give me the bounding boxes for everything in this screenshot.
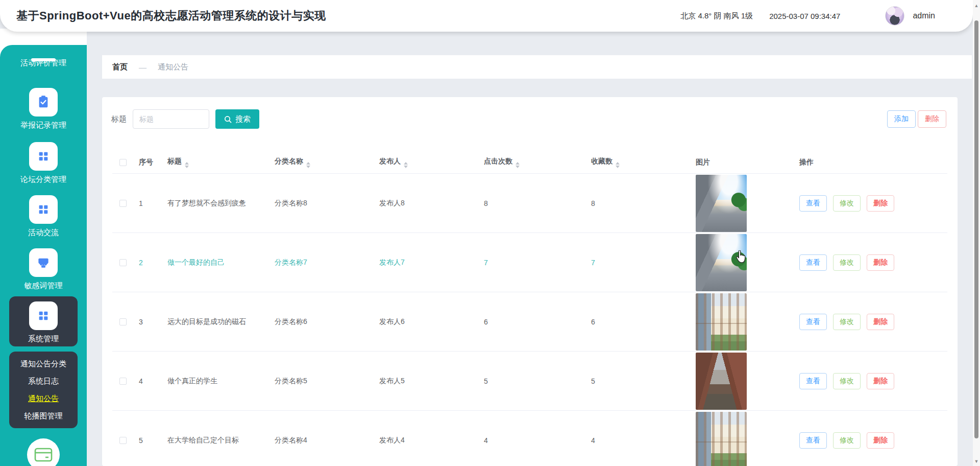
row-checkbox[interactable] — [119, 259, 127, 266]
view-row-button[interactable]: 查看 — [799, 432, 827, 449]
row-checkbox[interactable] — [119, 200, 127, 207]
delete-row-button[interactable]: 删除 — [867, 314, 894, 330]
page-title: 基于SpringBoot+Vue的高校志愿活动管理系统的设计与实现 — [16, 8, 326, 24]
content-card: 标题 搜索 添加 删除 序号标题分类名称发布人点击次数收藏数图片操作 1有了梦想… — [102, 97, 958, 466]
cell-title: 有了梦想就不会感到疲惫 — [162, 199, 270, 208]
delete-row-button[interactable]: 删除 — [867, 195, 894, 212]
modern-building-photo[interactable] — [696, 412, 747, 466]
page: { "header": { "title": "基于SpringBoot+Vue… — [0, 0, 980, 466]
edit-row-button[interactable]: 修改 — [833, 314, 861, 330]
cell-clicks: 4 — [479, 436, 586, 445]
column-header[interactable]: 点击次数 — [479, 157, 586, 168]
sidebar-item-label: 论坛分类管理 — [0, 175, 87, 184]
edit-row-button[interactable]: 修改 — [833, 373, 861, 389]
sidebar-item-forum-category[interactable]: 论坛分类管理 — [0, 142, 87, 184]
sort-caret-icon[interactable] — [185, 162, 189, 168]
column-header[interactable]: 标题 — [162, 157, 270, 168]
table-row[interactable]: 5在大学给自己定个目标分类名称4发布人444查看修改删除 — [112, 411, 947, 466]
cell-favorites: 7 — [586, 259, 691, 267]
card-icon — [34, 446, 53, 463]
breadcrumb-home[interactable]: 首页 — [112, 62, 128, 72]
delete-row-button[interactable]: 删除 — [867, 254, 894, 271]
delete-row-button[interactable]: 删除 — [867, 432, 894, 449]
search-input[interactable] — [133, 109, 209, 129]
breadcrumb: 首页 — 通知公告 — [102, 55, 972, 79]
modern-building-photo[interactable] — [696, 293, 747, 351]
table-row[interactable]: 2做一个最好的自己分类名称7发布人777查看修改删除 — [112, 233, 947, 292]
select-all-checkbox[interactable] — [119, 159, 127, 166]
sidebar-bottom-button[interactable] — [27, 438, 60, 466]
cell-title: 在大学给自己定个目标 — [162, 436, 270, 445]
view-row-button[interactable]: 查看 — [799, 314, 827, 330]
row-checkbox[interactable] — [119, 437, 127, 444]
brick-courtyard-photo[interactable] — [696, 353, 747, 410]
sidebar-item-system-management[interactable]: 系统管理 — [9, 296, 78, 346]
grid-icon — [29, 195, 58, 224]
row-checkbox[interactable] — [119, 378, 127, 385]
view-row-button[interactable]: 查看 — [799, 373, 827, 389]
cell-actions: 查看修改删除 — [794, 314, 947, 330]
sidebar-item-sensitive-words[interactable]: 敏感词管理 — [0, 248, 87, 291]
search-button[interactable]: 搜索 — [215, 109, 259, 129]
sort-caret-icon[interactable] — [404, 162, 408, 168]
delete-button[interactable]: 删除 — [918, 110, 946, 128]
scrollbar-thumb[interactable] — [974, 20, 978, 438]
cell-favorites: 5 — [586, 377, 691, 385]
scrollbar-up-arrow[interactable]: ▲ — [973, 3, 980, 8]
column-header[interactable]: 分类名称 — [270, 157, 374, 168]
sort-caret-icon[interactable] — [616, 162, 620, 168]
cell-index: 5 — [134, 436, 162, 445]
column-header-label: 图片 — [696, 158, 710, 166]
submenu-item-system-log[interactable]: 系统日志 — [9, 376, 78, 386]
row-checkbox-cell — [112, 318, 134, 325]
weather-text: 北京 4.8° 阴 南风 1级 — [680, 11, 753, 21]
add-button[interactable]: 添加 — [887, 110, 916, 128]
scrollbar[interactable]: ▲ ▼ — [973, 0, 980, 466]
datetime-text: 2025-03-07 09:34:47 — [769, 12, 840, 20]
edit-row-button[interactable]: 修改 — [833, 195, 861, 212]
cell-publisher: 发布人8 — [374, 199, 479, 208]
edit-row-button[interactable]: 修改 — [833, 254, 861, 271]
row-checkbox[interactable] — [119, 318, 127, 325]
edit-row-button[interactable]: 修改 — [833, 432, 861, 449]
cell-image — [691, 234, 794, 291]
sidebar-item-report-records[interactable]: 举报记录管理 — [0, 88, 87, 130]
cell-index: 3 — [134, 318, 162, 326]
sidebar-submenu: 通知公告分类系统日志通知公告轮播图管理 — [9, 352, 78, 428]
table-row[interactable]: 1有了梦想就不会感到疲惫分类名称8发布人888查看修改删除 — [112, 174, 947, 233]
cell-clicks: 8 — [479, 199, 586, 207]
delete-row-button[interactable]: 删除 — [867, 373, 894, 389]
clipped-icon — [31, 58, 56, 61]
cell-image — [691, 353, 794, 410]
cell-clicks: 7 — [479, 259, 586, 267]
sidebar-item-label: 举报记录管理 — [0, 121, 87, 130]
campus-track-photo[interactable] — [696, 175, 747, 232]
submenu-item-notice[interactable]: 通知公告 — [9, 393, 78, 404]
column-header-label: 发布人 — [379, 157, 401, 165]
search-icon — [224, 115, 232, 123]
sort-caret-icon[interactable] — [306, 162, 310, 168]
search-button-label: 搜索 — [235, 114, 251, 124]
table-row[interactable]: 3远大的目标是成功的磁石分类名称6发布人666查看修改删除 — [112, 292, 947, 352]
sort-caret-icon[interactable] — [516, 162, 520, 168]
cell-favorites: 8 — [586, 199, 691, 207]
submenu-item-carousel[interactable]: 轮播图管理 — [9, 411, 78, 421]
submenu-item-notice-category[interactable]: 通知公告分类 — [9, 359, 78, 369]
table-header-row: 序号标题分类名称发布人点击次数收藏数图片操作 — [112, 151, 947, 174]
grid-icon — [29, 301, 58, 330]
column-header[interactable]: 发布人 — [374, 157, 479, 168]
sidebar-item-activity-exchange[interactable]: 活动交流 — [0, 195, 87, 238]
username[interactable]: admin — [913, 11, 935, 20]
cell-image — [691, 293, 794, 351]
campus-track-photo[interactable] — [696, 234, 747, 291]
column-header-label: 收藏数 — [591, 157, 612, 165]
column-header[interactable]: 收藏数 — [586, 157, 691, 168]
cell-favorites: 4 — [586, 436, 691, 445]
avatar[interactable] — [885, 6, 904, 26]
column-header-label: 点击次数 — [484, 157, 512, 165]
view-row-button[interactable]: 查看 — [799, 195, 827, 212]
column-header-label: 序号 — [139, 158, 153, 166]
table-row[interactable]: 4做个真正的学生分类名称5发布人555查看修改删除 — [112, 352, 947, 411]
view-row-button[interactable]: 查看 — [799, 254, 827, 271]
scrollbar-down-arrow[interactable]: ▼ — [973, 459, 980, 464]
